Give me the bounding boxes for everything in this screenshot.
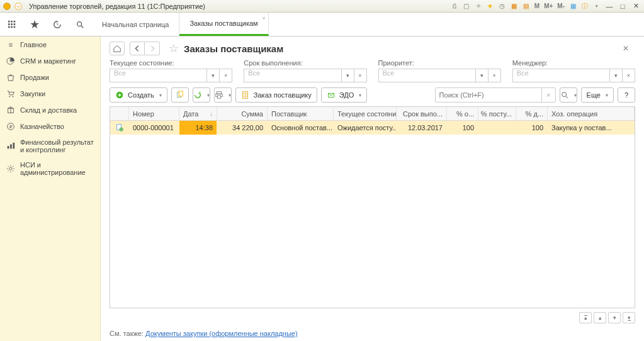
create-button[interactable]: Создать▾: [110, 87, 167, 103]
tab-close-icon[interactable]: ×: [262, 15, 265, 21]
table-row[interactable]: 0000-000001 14:38 34 220,00 Основной пос…: [110, 121, 635, 135]
svg-point-20: [9, 167, 12, 170]
col-state[interactable]: Текущее состояние: [334, 107, 397, 120]
forward-button[interactable]: [145, 42, 160, 55]
down-arrow-icon[interactable]: [14, 2, 23, 11]
filter-priority-input[interactable]: Все: [378, 69, 476, 82]
help-button[interactable]: ?: [618, 87, 635, 103]
svg-rect-10: [14, 26, 16, 28]
find-button[interactable]: ▾: [560, 87, 577, 103]
minimize-button[interactable]: —: [604, 1, 615, 11]
top-row: ★ Начальная страница Заказы поставщикам …: [0, 13, 644, 36]
tb-calc-icon[interactable]: ▦: [509, 1, 519, 11]
col-due[interactable]: Срок выпо...: [397, 107, 447, 120]
row-supplier: Основной постав...: [268, 121, 334, 135]
col-icon[interactable]: [110, 107, 129, 120]
col-receipt[interactable]: % посту...: [478, 107, 516, 120]
row-sum: 34 220,00: [217, 121, 268, 135]
filter-clear-icon[interactable]: ×: [623, 69, 635, 82]
nav-down-icon[interactable]: ▾: [608, 312, 621, 323]
copy-button[interactable]: [171, 87, 189, 103]
nav-last-icon[interactable]: ▾̲: [623, 312, 635, 323]
tb-m-minus[interactable]: M-: [556, 3, 566, 9]
filter-state-input[interactable]: Все: [110, 69, 207, 82]
tb-m-plus[interactable]: M+: [543, 3, 554, 9]
tb-star-icon[interactable]: ★: [485, 1, 495, 11]
tb-info-icon[interactable]: ⓘ: [580, 1, 590, 11]
tb-m[interactable]: M: [533, 3, 541, 9]
tb-info-dd-icon[interactable]: ▾: [592, 1, 602, 11]
filter-clear-icon[interactable]: ×: [220, 69, 232, 82]
filter-clear-icon[interactable]: ×: [489, 69, 501, 82]
col-pay[interactable]: % о...: [447, 107, 478, 120]
tb-grid-icon[interactable]: ▦: [568, 1, 578, 11]
refresh-button[interactable]: ▾: [193, 87, 210, 103]
sidebar-item-warehouse[interactable]: Склад и доставка: [0, 102, 100, 118]
col-supplier[interactable]: Поставщик: [268, 107, 334, 120]
svg-rect-5: [8, 23, 10, 25]
sidebar-item-finance[interactable]: Финансовый результат и контроллинг: [0, 135, 100, 157]
box-icon: [6, 106, 15, 115]
tab-supplier-orders[interactable]: Заказы поставщикам ×: [179, 13, 268, 36]
filter-clear-icon[interactable]: ×: [354, 69, 367, 82]
ruble-icon: ₽: [6, 122, 15, 131]
edo-button[interactable]: ЭДО▾: [321, 87, 368, 103]
tb-clock-icon[interactable]: ◷: [497, 1, 507, 11]
row-receipt: [478, 121, 516, 135]
svg-rect-3: [11, 20, 13, 22]
sidebar-item-main[interactable]: ≡Главное: [0, 36, 100, 53]
search-clear-icon[interactable]: ×: [542, 87, 556, 103]
home-button[interactable]: [110, 42, 125, 55]
sidebar-item-admin[interactable]: НСИ и администрирование: [0, 157, 100, 180]
svg-point-1: [15, 3, 22, 9]
filter-dropdown-icon[interactable]: ▾: [342, 69, 354, 82]
star-icon[interactable]: ★: [28, 18, 42, 31]
sidebar-label: Склад и доставка: [20, 106, 77, 114]
close-window-button[interactable]: ✕: [630, 1, 641, 11]
svg-point-12: [9, 96, 10, 98]
svg-rect-4: [14, 20, 16, 22]
tb-link-icon[interactable]: ✧: [473, 1, 483, 11]
sidebar-item-crm[interactable]: CRM и маркетинг: [0, 53, 100, 69]
sidebar-item-sales[interactable]: Продажи: [0, 69, 100, 86]
print-button[interactable]: ▾: [214, 87, 232, 103]
history-icon[interactable]: [50, 18, 64, 31]
filter-due-input[interactable]: Все: [244, 69, 341, 82]
tb-print-icon[interactable]: ⎙: [449, 1, 460, 11]
maximize-button[interactable]: □: [617, 1, 628, 11]
nav-up-icon[interactable]: ▴: [594, 312, 606, 323]
supplier-order-button[interactable]: Заказ поставщику: [235, 87, 317, 103]
tab-start-page[interactable]: Начальная страница: [92, 13, 179, 36]
svg-text:₽: ₽: [9, 125, 13, 129]
favorite-star-icon[interactable]: ☆: [169, 42, 179, 55]
tb-window-icon[interactable]: ▢: [461, 1, 472, 11]
col-sum[interactable]: Сумма: [217, 107, 268, 120]
filter-label: Срок выполнения:: [244, 59, 366, 67]
close-page-button[interactable]: ✕: [623, 44, 635, 53]
col-date[interactable]: Дата↓: [179, 107, 217, 120]
col-number[interactable]: Номер: [129, 107, 179, 120]
col-debt[interactable]: % д...: [516, 107, 548, 120]
row-date-value: 14:38: [179, 121, 217, 135]
search-icon[interactable]: [73, 18, 87, 31]
filter-label: Текущее состояние:: [110, 59, 232, 67]
filter-dropdown-icon[interactable]: ▾: [476, 69, 489, 82]
filter-dropdown-icon[interactable]: ▾: [610, 69, 623, 82]
row-debt: 100: [516, 121, 548, 135]
tb-calendar-icon[interactable]: ▤: [521, 1, 531, 11]
svg-rect-18: [10, 144, 12, 148]
search-input[interactable]: [435, 87, 542, 103]
col-operation[interactable]: Хоз. операция: [548, 107, 635, 120]
row-state: Ожидается посту...: [334, 121, 397, 135]
sidebar-label: Закупки: [20, 90, 45, 98]
back-button[interactable]: [130, 42, 145, 55]
filter-manager-input[interactable]: Все: [512, 69, 610, 82]
more-button[interactable]: Еще▾: [581, 87, 614, 103]
filter-dropdown-icon[interactable]: ▾: [207, 69, 220, 82]
sidebar-item-purchases[interactable]: Закупки: [0, 86, 100, 102]
sidebar-item-treasury[interactable]: ₽Казначейство: [0, 118, 100, 135]
apps-icon[interactable]: [5, 18, 19, 31]
row-op: Закупка у постав...: [548, 121, 635, 135]
nav-first-icon[interactable]: ▴̅: [579, 312, 592, 323]
footer-link[interactable]: Документы закупки (оформленные накладные…: [145, 330, 298, 337]
